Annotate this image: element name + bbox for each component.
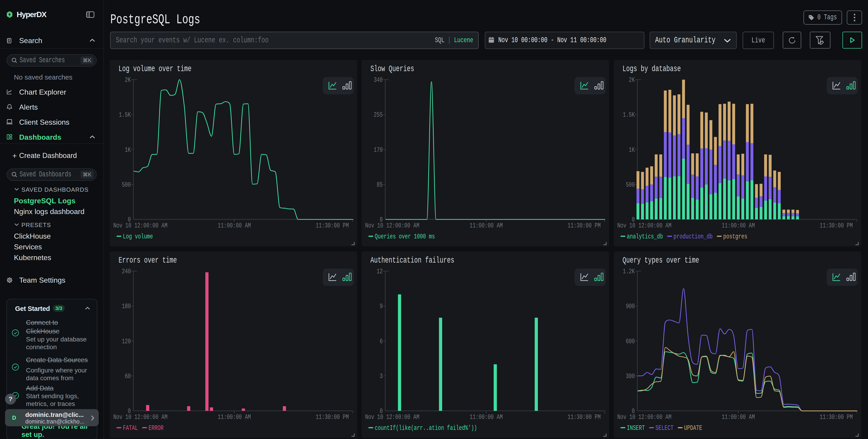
svg-text:500: 500 xyxy=(626,181,635,189)
svg-text:Authentication failures: Authentication failures xyxy=(370,255,454,265)
svg-text:500: 500 xyxy=(122,181,131,189)
svg-text:3: 3 xyxy=(380,372,383,380)
svg-text:255: 255 xyxy=(374,111,383,119)
svg-text:300: 300 xyxy=(626,372,635,380)
svg-text:1.2K: 1.2K xyxy=(623,268,635,275)
svg-text:UPDATE: UPDATE xyxy=(684,424,702,432)
svg-text:600: 600 xyxy=(626,337,635,345)
svg-text:Slow Queries: Slow Queries xyxy=(370,64,414,74)
svg-text:Logs by database: Logs by database xyxy=(622,64,681,74)
svg-text:Nov 10 12:00:00 AM: Nov 10 12:00:00 AM xyxy=(113,222,167,229)
svg-text:SELECT: SELECT xyxy=(656,424,674,432)
svg-text:Errors over time: Errors over time xyxy=(119,255,177,265)
svg-text:Nov 10 12:00:00 AM: Nov 10 12:00:00 AM xyxy=(365,413,420,421)
svg-text:Log volume: Log volume xyxy=(123,233,153,241)
svg-text:2K: 2K xyxy=(629,76,635,84)
svg-text:Queries over 1000 ms: Queries over 1000 ms xyxy=(375,233,435,241)
svg-text:postgres: postgres xyxy=(723,233,747,241)
svg-text:170: 170 xyxy=(374,146,383,154)
svg-text:120: 120 xyxy=(122,337,131,345)
svg-text:2K: 2K xyxy=(125,76,131,84)
svg-text:ERROR: ERROR xyxy=(148,424,163,432)
svg-text:11:30:00 PM: 11:30:00 PM xyxy=(567,222,600,229)
svg-text:Nov 10 12:00:00 AM: Nov 10 12:00:00 AM xyxy=(113,413,167,421)
svg-text:production_db: production_db xyxy=(674,233,713,241)
svg-text:1.5K: 1.5K xyxy=(623,111,635,119)
svg-text:Nov 10 12:00:00 AM: Nov 10 12:00:00 AM xyxy=(365,222,420,229)
svg-text:1.5K: 1.5K xyxy=(119,111,131,119)
svg-text:11:30:00 PM: 11:30:00 PM xyxy=(567,413,600,421)
svg-text:analytics_db: analytics_db xyxy=(627,233,663,241)
svg-text:60: 60 xyxy=(125,372,131,380)
svg-text:11:30:00 PM: 11:30:00 PM xyxy=(820,222,853,229)
svg-text:11:00:00 AM: 11:00:00 AM xyxy=(218,222,251,229)
svg-text:Nov 10 12:00:00 AM: Nov 10 12:00:00 AM xyxy=(617,222,672,229)
svg-text:11:00:00 AM: 11:00:00 AM xyxy=(218,413,251,421)
svg-text:INSERT: INSERT xyxy=(627,424,645,432)
svg-text:11:30:00 PM: 11:30:00 PM xyxy=(820,413,853,421)
svg-text:FATAL: FATAL xyxy=(123,424,138,432)
svg-text:340: 340 xyxy=(374,76,383,84)
svg-text:1K: 1K xyxy=(125,146,131,154)
svg-text:11:00:00 AM: 11:00:00 AM xyxy=(722,413,755,421)
svg-text:11:00:00 AM: 11:00:00 AM xyxy=(470,413,503,421)
svg-text:11:00:00 AM: 11:00:00 AM xyxy=(470,222,503,229)
svg-text:11:30:00 PM: 11:30:00 PM xyxy=(316,222,349,229)
svg-text:9: 9 xyxy=(380,303,383,310)
svg-text:Log volume over time: Log volume over time xyxy=(119,64,191,74)
svg-text:countIf(like(arr..ation failed: countIf(like(arr..ation failed%')) xyxy=(375,424,477,432)
svg-text:180: 180 xyxy=(122,303,131,310)
svg-text:1K: 1K xyxy=(629,146,635,154)
svg-text:Query types over time: Query types over time xyxy=(622,255,699,265)
svg-text:900: 900 xyxy=(626,303,635,310)
svg-text:Nov 10 12:00:00 AM: Nov 10 12:00:00 AM xyxy=(617,413,672,421)
svg-text:11:00:00 AM: 11:00:00 AM xyxy=(722,222,755,229)
svg-text:12: 12 xyxy=(377,268,383,275)
svg-text:11:30:00 PM: 11:30:00 PM xyxy=(316,413,349,421)
svg-text:85: 85 xyxy=(377,181,383,189)
svg-text:6: 6 xyxy=(380,337,383,345)
svg-text:240: 240 xyxy=(122,268,131,275)
